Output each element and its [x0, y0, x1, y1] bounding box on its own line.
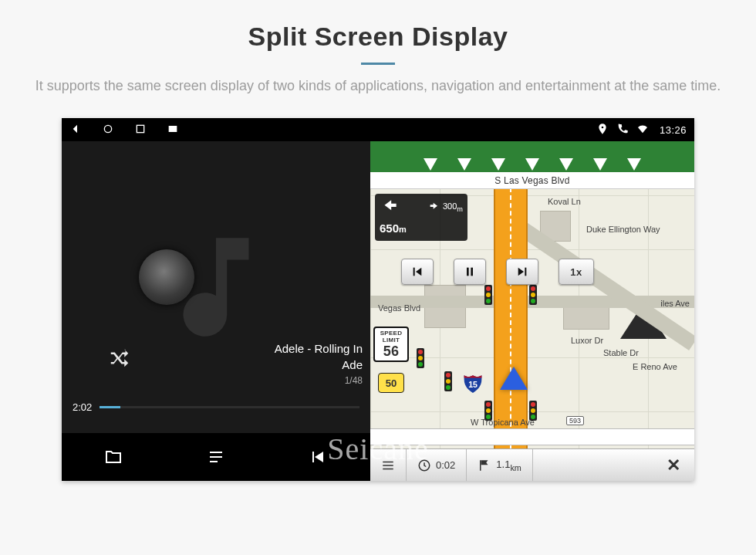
track-artist: Ade — [275, 357, 363, 373]
music-note-icon — [62, 141, 370, 433]
street-label: Stable Dr — [603, 348, 639, 357]
android-statusbar: 13:26 — [62, 118, 694, 141]
track-counter: 1/48 — [275, 374, 363, 387]
svg-rect-7 — [525, 268, 526, 276]
home-icon[interactable] — [102, 123, 114, 137]
lane-arrow-icon — [525, 158, 539, 171]
svg-rect-3 — [312, 452, 314, 462]
svg-rect-4 — [413, 268, 415, 276]
speed-limit-label: SPEED LIMIT — [375, 330, 407, 343]
shuffle-icon[interactable] — [108, 347, 131, 373]
music-player-pane: Adele - Rolling In Ade 1/48 2:02 — [62, 141, 370, 481]
svg-point-0 — [104, 125, 111, 132]
sim-next-button[interactable] — [506, 259, 538, 285]
clock: 13:26 — [660, 124, 687, 136]
device-screenshot: 13:26 Adele - Rolling In — [62, 118, 694, 481]
road-main-vertical — [494, 188, 528, 450]
folder-button[interactable] — [103, 446, 124, 468]
close-button[interactable]: ✕ — [653, 455, 694, 475]
traffic-light-icon — [417, 348, 424, 368]
speed-limit-sign: SPEED LIMIT 56 — [373, 327, 409, 362]
remaining-distance: 1.1 — [496, 459, 510, 470]
street-label: W Tropicana Ave — [471, 418, 535, 427]
elapsed-time: 2:02 — [73, 401, 92, 413]
svg-rect-6 — [471, 268, 473, 276]
speed-limit-value: 56 — [375, 344, 407, 358]
distance-segment[interactable]: 1.1km — [467, 449, 533, 481]
menu-icon — [381, 459, 395, 472]
next-turn-distance: 300 — [443, 201, 457, 211]
progress-bar[interactable] — [100, 406, 359, 408]
traffic-light-icon — [529, 285, 537, 305]
recent-apps-icon[interactable] — [134, 123, 147, 137]
screenshot-icon[interactable] — [167, 123, 179, 137]
street-label: iles Ave — [660, 299, 690, 308]
phone-icon — [616, 123, 629, 137]
location-icon — [596, 123, 609, 137]
menu-button[interactable] — [370, 449, 407, 481]
next-turn-unit: m — [457, 205, 463, 213]
turn-instruction-panel: 300m 650m — [375, 194, 467, 241]
lane-arrow-icon — [559, 158, 573, 171]
clock-icon — [417, 459, 431, 472]
flag-icon — [478, 459, 491, 472]
page-subtitle: It supports the same screen display of t… — [31, 76, 725, 96]
lane-guidance-bar — [370, 141, 694, 172]
remaining-distance-unit: km — [510, 462, 521, 472]
route-shield: 50 — [378, 373, 404, 393]
street-label: Luxor Dr — [571, 336, 603, 345]
eta-segment[interactable]: 0:02 — [407, 449, 467, 481]
street-label: Duke Ellington Way — [586, 225, 660, 234]
road-tropicana — [370, 428, 694, 445]
lane-arrow-icon — [424, 158, 437, 171]
svg-rect-2 — [169, 126, 177, 132]
back-icon[interactable] — [69, 123, 82, 137]
main-turn-distance: 650 — [380, 222, 399, 235]
street-label: Vegas Blvd — [378, 303, 420, 313]
turn-right-icon — [428, 201, 440, 213]
volume-knob[interactable] — [139, 249, 194, 305]
vehicle-position-icon — [500, 367, 528, 390]
track-title: Adele - Rolling In — [275, 341, 363, 357]
eta-value: 0:02 — [436, 459, 455, 471]
main-turn-unit: m — [399, 225, 407, 234]
lane-arrow-icon — [491, 158, 505, 171]
route-sim-controls: 1x — [401, 259, 594, 285]
title-underline — [361, 63, 395, 65]
interstate-shield: 15 — [463, 373, 483, 393]
close-icon: ✕ — [667, 455, 680, 475]
sim-pause-button[interactable] — [454, 259, 486, 285]
turn-left-icon — [380, 197, 400, 217]
svg-rect-5 — [467, 268, 469, 276]
traffic-light-icon — [444, 371, 452, 391]
lane-arrow-icon — [627, 158, 641, 171]
street-label: Koval Ln — [548, 197, 581, 206]
svg-rect-1 — [137, 125, 143, 132]
lane-arrow-icon — [593, 158, 607, 171]
nav-bottom-bar: 0:02 1.1km ✕ — [370, 448, 694, 481]
player-bottom-bar — [62, 433, 370, 481]
svg-rect-10 — [480, 460, 481, 471]
track-metadata: Adele - Rolling In Ade 1/48 — [275, 341, 363, 387]
traffic-light-icon — [484, 285, 492, 305]
current-street-label: S Las Vegas Blvd — [370, 172, 694, 189]
svg-text:15: 15 — [468, 380, 478, 389]
album-art-area: Adele - Rolling In Ade 1/48 2:02 — [62, 141, 370, 433]
route-badge: 593 — [566, 416, 584, 425]
lane-arrow-icon — [457, 158, 471, 171]
page-title: Split Screen Display — [0, 0, 756, 52]
wifi-icon — [636, 123, 649, 137]
playlist-button[interactable] — [205, 446, 227, 468]
sim-prev-button[interactable] — [401, 259, 434, 285]
navigation-pane: S Las Vegas Blvd 300m — [370, 141, 694, 481]
previous-button[interactable] — [308, 446, 329, 468]
street-label: E Reno Ave — [633, 362, 677, 371]
progress-row: 2:02 — [62, 401, 370, 413]
sim-speed-button[interactable]: 1x — [559, 259, 594, 285]
